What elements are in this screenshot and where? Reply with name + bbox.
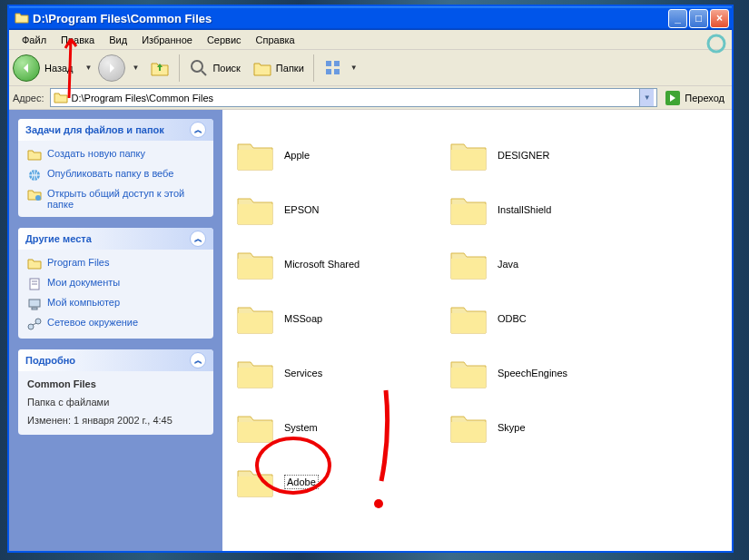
chevron-up-icon: ︽ xyxy=(190,122,206,138)
addressbar: Адрес: ▼ Переход xyxy=(9,86,732,110)
documents-icon xyxy=(27,277,42,291)
close-button[interactable]: × xyxy=(710,9,729,28)
new-folder-icon xyxy=(27,148,42,162)
menu-favorites[interactable]: Избранное xyxy=(134,33,200,47)
folder-name: MSSoap xyxy=(284,313,322,324)
places-panel: Другие места ︽ Program Files Мои докумен… xyxy=(18,228,213,339)
folder-item[interactable]: InstallShield xyxy=(445,182,658,237)
content-area: Задачи для файлов и папок ︽ Создать нову… xyxy=(9,110,732,551)
svg-rect-6 xyxy=(334,69,340,74)
svg-rect-14 xyxy=(32,308,37,309)
folder-item[interactable]: EPSON xyxy=(232,182,445,237)
folder-item[interactable]: ODBC xyxy=(445,291,658,346)
task-new-folder[interactable]: Создать новую папку xyxy=(27,148,204,162)
folder-item[interactable]: DESIGNER xyxy=(445,128,658,182)
folder-item[interactable]: Microsoft Shared xyxy=(232,237,445,291)
chevron-up-icon: ︽ xyxy=(190,352,206,368)
globe-icon xyxy=(27,168,42,182)
folder-icon xyxy=(235,246,275,282)
folder-name: Services xyxy=(284,368,322,378)
folder-item[interactable]: Services xyxy=(232,346,445,400)
search-icon xyxy=(189,58,209,78)
forward-dropdown[interactable]: ▼ xyxy=(128,64,143,72)
folder-item[interactable]: Adobe xyxy=(232,455,445,509)
back-label: Назад xyxy=(44,63,74,74)
place-my-documents[interactable]: Мои документы xyxy=(27,277,204,291)
address-input[interactable] xyxy=(72,93,636,103)
minimize-button[interactable]: _ xyxy=(668,9,687,28)
back-button[interactable] xyxy=(13,54,40,82)
computer-icon xyxy=(27,297,42,311)
address-label: Адрес: xyxy=(13,93,44,103)
svg-rect-4 xyxy=(334,61,340,66)
menubar: Файл Правка Вид Избранное Сервис Справка xyxy=(9,30,732,50)
folder-icon xyxy=(235,355,275,391)
folder-name: InstallShield xyxy=(498,204,551,215)
go-button[interactable]: Переход xyxy=(661,90,728,106)
task-share[interactable]: Открыть общий доступ к этой папке xyxy=(27,188,204,210)
folder-name: Apple xyxy=(284,150,310,161)
details-name: Common Files xyxy=(27,378,204,389)
go-icon xyxy=(665,90,681,106)
tasks-header[interactable]: Задачи для файлов и папок ︽ xyxy=(18,119,213,141)
menu-edit[interactable]: Правка xyxy=(54,33,102,47)
arrow-left-icon xyxy=(19,61,34,75)
folder-icon xyxy=(54,91,68,105)
folder-name: DESIGNER xyxy=(498,150,549,161)
folder-item[interactable]: Java xyxy=(445,237,658,291)
menu-view[interactable]: Вид xyxy=(102,33,134,47)
forward-button[interactable] xyxy=(98,54,125,82)
folder-item[interactable]: Skype xyxy=(445,400,658,455)
details-header[interactable]: Подробно ︽ xyxy=(18,349,213,371)
folder-icon xyxy=(235,192,275,228)
details-panel: Подробно ︽ Common Files Папка с файлами … xyxy=(18,349,213,435)
folder-icon xyxy=(448,355,488,391)
folder-list[interactable]: AppleDESIGNEREPSONInstallShieldMicrosoft… xyxy=(222,110,732,551)
svg-rect-5 xyxy=(326,69,331,74)
maximize-button[interactable]: □ xyxy=(689,9,708,28)
windows-logo-icon xyxy=(706,34,726,54)
folder-name: Skype xyxy=(498,422,526,433)
folder-item[interactable]: MSSoap xyxy=(232,291,445,346)
place-network[interactable]: Сетевое окружение xyxy=(27,317,204,331)
views-button[interactable]: ▼ xyxy=(319,56,366,80)
svg-line-17 xyxy=(33,323,36,325)
task-publish[interactable]: Опубликовать папку в вебе xyxy=(27,168,204,182)
menu-file[interactable]: Файл xyxy=(15,33,54,47)
svg-point-9 xyxy=(35,195,41,201)
up-button[interactable] xyxy=(145,56,174,80)
svg-rect-13 xyxy=(29,300,40,307)
folder-icon xyxy=(448,246,488,282)
places-header[interactable]: Другие места ︽ xyxy=(18,228,213,250)
folder-item[interactable]: Apple xyxy=(232,128,445,182)
folders-icon xyxy=(252,58,272,78)
svg-rect-3 xyxy=(326,61,331,66)
folder-item[interactable]: System xyxy=(232,400,445,455)
folder-name: ODBC xyxy=(498,313,527,324)
back-dropdown[interactable]: ▼ xyxy=(82,64,96,72)
titlebar[interactable]: D:\Program Files\Common Files _ □ × xyxy=(9,6,732,30)
folder-up-icon xyxy=(150,58,170,78)
search-button[interactable]: Поиск xyxy=(184,56,244,80)
network-icon xyxy=(27,317,42,331)
folders-button[interactable]: Папки xyxy=(248,56,309,80)
svg-line-2 xyxy=(202,71,206,75)
menu-help[interactable]: Справка xyxy=(249,33,302,47)
folder-icon xyxy=(235,137,275,173)
folder-name: Adobe xyxy=(284,475,319,489)
explorer-window: D:\Program Files\Common Files _ □ × Файл… xyxy=(7,5,734,553)
folder-icon xyxy=(448,409,488,446)
address-box[interactable]: ▼ xyxy=(50,88,658,107)
folder-icon xyxy=(235,409,275,446)
folder-icon xyxy=(448,300,488,337)
menu-tools[interactable]: Сервис xyxy=(200,33,249,47)
svg-point-0 xyxy=(708,35,724,52)
place-program-files[interactable]: Program Files xyxy=(27,257,204,271)
folder-icon xyxy=(15,11,29,25)
folder-item[interactable]: SpeechEngines xyxy=(445,346,658,400)
place-my-computer[interactable]: Мой компьютер xyxy=(27,297,204,311)
sidebar: Задачи для файлов и папок ︽ Создать нову… xyxy=(9,110,222,551)
folder-icon xyxy=(448,192,488,228)
tasks-panel: Задачи для файлов и папок ︽ Создать нову… xyxy=(18,119,213,217)
address-dropdown[interactable]: ▼ xyxy=(639,89,654,106)
